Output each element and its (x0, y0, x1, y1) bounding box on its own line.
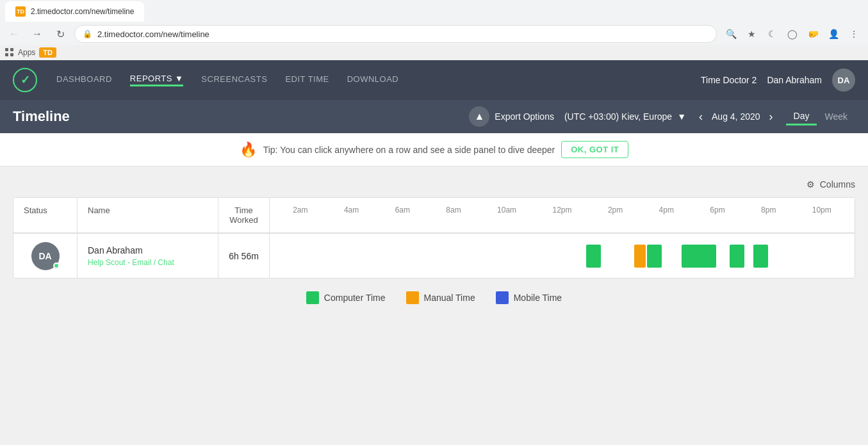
view-toggle: Day Week (786, 108, 855, 125)
back-button[interactable]: ← (5, 25, 23, 43)
browser-tab[interactable]: TD 2.timedoctor.com/new/timeline (5, 1, 144, 22)
legend-mobile: Mobile Time (496, 291, 562, 304)
browser-controls: ← → ↻ 🔒 2.timedoctor.com/new/timeline 🔍 … (0, 23, 868, 45)
legend-computer: Computer Time (306, 291, 386, 304)
time-block-4 (682, 245, 716, 268)
reading-list-icon[interactable]: ◯ (783, 25, 801, 43)
export-button[interactable]: ▲ Export Options (469, 106, 554, 127)
address-bar[interactable]: 🔒 2.timedoctor.com/new/timeline (74, 25, 717, 43)
timezone-text: (UTC +03:00) Kiev, Europe (564, 111, 672, 122)
apps-icon[interactable] (5, 48, 14, 57)
manual-time-label: Manual Time (424, 293, 475, 303)
nav-download[interactable]: DOWNLOAD (347, 74, 399, 86)
time-label-2pm: 2pm (608, 206, 623, 214)
tab-bar: TD 2.timedoctor.com/new/timeline (0, 0, 868, 23)
user-full-name: Dan Abraham (88, 245, 208, 255)
tip-text: Tip: You can click anywhere on a row and… (263, 145, 555, 155)
mobile-time-label: Mobile Time (514, 293, 562, 303)
forward-button[interactable]: → (28, 25, 46, 43)
timeline-blocks (275, 245, 849, 268)
apps-label: Apps (18, 48, 35, 57)
columns-label: Columns (820, 179, 855, 190)
table-header: Status Name Time Worked 2am 4am 6am 8am … (13, 198, 855, 233)
timezone-selector[interactable]: (UTC +03:00) Kiev, Europe ▼ (564, 111, 686, 122)
dark-mode-icon[interactable]: ☾ (763, 25, 781, 43)
tab-favicon: TD (15, 6, 26, 17)
user-avatar[interactable]: DA (832, 69, 855, 92)
app-name: Time Doctor 2 (701, 75, 757, 85)
avatar: DA (31, 242, 60, 270)
tip-icon: 🔥 (240, 142, 257, 158)
tip-bar: 🔥 Tip: You can click anywhere on a row a… (0, 133, 868, 166)
bookmark-star[interactable]: ★ (742, 25, 760, 43)
time-block-3 (647, 245, 661, 268)
table-row[interactable]: DA Dan Abraham Help Scout - Email / Chat… (13, 233, 855, 278)
nav-reports[interactable]: REPORTS ▼ (130, 74, 183, 86)
mobile-time-color (496, 291, 509, 304)
chevron-down-icon: ▼ (175, 74, 183, 83)
main-content: ⚙ Columns Status Name Time Worked 2am 4a… (0, 166, 868, 317)
week-view-button[interactable]: Week (817, 108, 855, 125)
manual-time-color (406, 291, 419, 304)
next-date-button[interactable]: › (767, 110, 776, 124)
time-block-1 (586, 245, 600, 268)
timezone-chevron-icon: ▼ (677, 111, 686, 122)
logo[interactable]: ✓ (13, 68, 37, 92)
time-label-12pm: 12pm (552, 206, 571, 214)
td-bookmark[interactable]: TD (39, 47, 56, 58)
time-label-2am: 2am (293, 206, 307, 214)
profile-icon[interactable]: 👤 (824, 25, 842, 43)
time-label-4pm: 4pm (659, 206, 674, 214)
time-label-10pm: 10pm (812, 206, 831, 214)
online-indicator (53, 263, 60, 269)
computer-time-label: Computer Time (324, 293, 386, 303)
timeline-header: Timeline ▲ Export Options (UTC +03:00) K… (0, 100, 868, 133)
time-label-6am: 6am (395, 206, 410, 214)
date-navigator: ‹ Aug 4, 2020 › (696, 110, 776, 124)
time-labels: 2am 4am 6am 8am 10am 12pm 2pm 4pm 6pm 8p… (275, 206, 849, 214)
time-label-6pm: 6pm (710, 206, 725, 214)
time-block-6 (753, 245, 767, 268)
extensions-icon[interactable]: 🤛 (804, 25, 822, 43)
lock-icon: 🔒 (83, 29, 92, 38)
status-column-header: Status (13, 198, 78, 232)
tab-title: 2.timedoctor.com/new/timeline (31, 7, 134, 16)
time-column-header: Time Worked (218, 198, 270, 232)
time-label-8am: 8am (446, 206, 461, 214)
header-right: Time Doctor 2 Dan Abraham DA (701, 69, 855, 92)
app-header: ✓ DASHBOARD REPORTS ▼ SCREENCASTS EDIT T… (0, 60, 868, 100)
time-label-4am: 4am (344, 206, 359, 214)
gear-icon: ⚙ (807, 179, 815, 190)
user-name: Dan Abraham (767, 75, 822, 85)
current-task[interactable]: Help Scout - Email / Chat (88, 258, 208, 267)
prev-date-button[interactable]: ‹ (696, 110, 705, 124)
computer-time-color (306, 291, 319, 304)
row-timeline (270, 234, 855, 278)
got-it-button[interactable]: OK, GOT IT (561, 141, 628, 158)
reload-button[interactable]: ↻ (51, 25, 69, 43)
time-block-5 (730, 245, 744, 268)
bookmarks-bar: Apps TD (0, 45, 868, 60)
timeline-controls: ▲ Export Options (UTC +03:00) Kiev, Euro… (469, 106, 855, 127)
url-text: 2.timedoctor.com/new/timeline (97, 29, 209, 39)
page-title: Timeline (13, 108, 469, 125)
time-block-2 (634, 245, 646, 268)
day-view-button[interactable]: Day (786, 108, 817, 125)
row-status: DA (13, 234, 78, 278)
nav-dashboard[interactable]: DASHBOARD (56, 74, 112, 86)
nav-edit-time[interactable]: EDIT TIME (285, 74, 329, 86)
logo-check: ✓ (20, 73, 30, 87)
legend: Computer Time Manual Time Mobile Time (13, 291, 855, 304)
search-button[interactable]: 🔍 (722, 25, 740, 43)
menu-button[interactable]: ⋮ (845, 25, 863, 43)
columns-button[interactable]: ⚙ Columns (13, 179, 855, 190)
browser-actions: 🔍 ★ ☾ ◯ 🤛 👤 ⋮ (722, 25, 863, 43)
time-label-8pm: 8pm (761, 206, 776, 214)
nav-screencasts[interactable]: SCREENCASTS (201, 74, 267, 86)
timeline-table: Status Name Time Worked 2am 4am 6am 8am … (13, 197, 855, 279)
export-label: Export Options (495, 111, 554, 122)
time-label-10am: 10am (497, 206, 516, 214)
current-date: Aug 4, 2020 (712, 111, 760, 122)
time-worked-value: 6h 56m (218, 234, 270, 278)
row-name: Dan Abraham Help Scout - Email / Chat (78, 234, 218, 278)
